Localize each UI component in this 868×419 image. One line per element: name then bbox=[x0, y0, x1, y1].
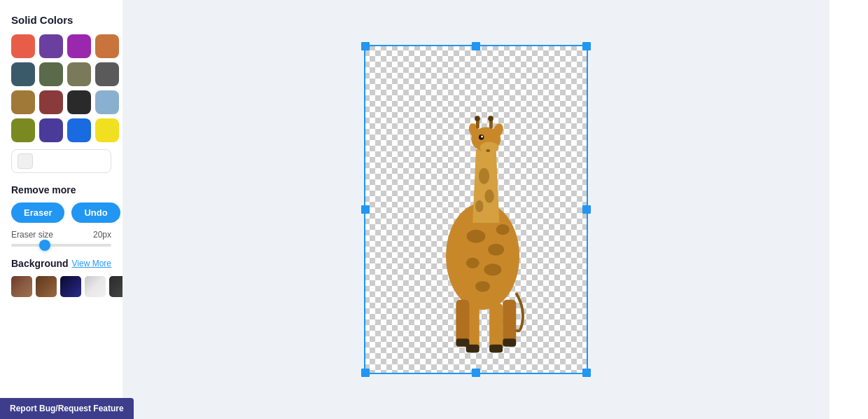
sidebar: Solid Colors Remove more Eraser bbox=[0, 0, 122, 419]
svg-point-24 bbox=[484, 263, 501, 275]
slider-fill bbox=[11, 244, 41, 247]
bg-thumbnail[interactable] bbox=[85, 276, 106, 297]
background-header: Background View More bbox=[11, 258, 111, 269]
giraffe-image bbox=[406, 62, 546, 357]
right-panel bbox=[830, 0, 868, 419]
slider-track bbox=[11, 244, 111, 247]
undo-button[interactable]: Undo bbox=[71, 202, 120, 223]
color-swatch[interactable] bbox=[11, 62, 35, 86]
canvas-wrapper bbox=[364, 45, 588, 374]
svg-rect-19 bbox=[456, 338, 469, 346]
color-swatch[interactable] bbox=[11, 118, 35, 142]
svg-point-28 bbox=[484, 189, 493, 202]
giraffe-container bbox=[364, 45, 588, 374]
svg-point-25 bbox=[475, 281, 490, 291]
color-swatch[interactable] bbox=[39, 34, 63, 58]
bg-thumbnails bbox=[11, 276, 111, 297]
svg-rect-20 bbox=[503, 338, 516, 346]
remove-more-section: Remove more Eraser Undo Eraser size 20px bbox=[11, 184, 111, 247]
svg-point-26 bbox=[496, 224, 510, 235]
svg-point-27 bbox=[479, 168, 489, 184]
bg-thumbnail[interactable] bbox=[60, 276, 81, 297]
color-swatch[interactable] bbox=[95, 90, 119, 114]
solid-colors-title: Solid Colors bbox=[11, 14, 111, 26]
color-swatch[interactable] bbox=[95, 62, 119, 86]
bg-thumbnail[interactable] bbox=[11, 276, 32, 297]
color-swatch[interactable] bbox=[95, 118, 119, 142]
color-swatch[interactable] bbox=[67, 90, 91, 114]
eraser-size-slider[interactable] bbox=[11, 244, 111, 247]
svg-point-9 bbox=[488, 116, 493, 121]
button-row: Eraser Undo bbox=[11, 202, 111, 223]
custom-color-input[interactable] bbox=[11, 149, 111, 173]
eraser-size-label: Eraser size bbox=[11, 230, 53, 240]
svg-point-29 bbox=[475, 200, 483, 212]
svg-rect-14 bbox=[489, 303, 503, 350]
eraser-button[interactable]: Eraser bbox=[11, 202, 64, 223]
color-swatch[interactable] bbox=[39, 118, 63, 142]
svg-point-22 bbox=[488, 244, 504, 256]
svg-point-23 bbox=[466, 258, 479, 268]
color-swatch[interactable] bbox=[67, 34, 91, 58]
view-more-link[interactable]: View More bbox=[72, 259, 111, 268]
svg-marker-1 bbox=[472, 149, 499, 223]
color-swatch[interactable] bbox=[67, 62, 91, 86]
svg-rect-15 bbox=[456, 300, 469, 343]
color-swatch[interactable] bbox=[39, 62, 63, 86]
slider-thumb[interactable] bbox=[39, 240, 50, 251]
color-swatch[interactable] bbox=[67, 118, 91, 142]
background-section: Background View More bbox=[11, 258, 111, 297]
eraser-size-row: Eraser size 20px bbox=[11, 230, 111, 240]
bg-thumbnail[interactable] bbox=[36, 276, 57, 297]
remove-more-title: Remove more bbox=[11, 184, 111, 195]
svg-point-21 bbox=[467, 230, 486, 243]
svg-point-7 bbox=[475, 116, 480, 121]
color-swatch[interactable] bbox=[95, 34, 119, 58]
custom-color-preview bbox=[18, 153, 33, 169]
report-bug-bar[interactable]: Report Bug/Request Feature bbox=[0, 398, 134, 419]
svg-rect-18 bbox=[489, 345, 503, 352]
main-canvas-area bbox=[122, 0, 830, 419]
svg-rect-16 bbox=[503, 300, 516, 343]
color-swatch[interactable] bbox=[11, 90, 35, 114]
color-swatch[interactable] bbox=[39, 90, 63, 114]
svg-point-11 bbox=[481, 136, 483, 138]
canvas-image bbox=[364, 45, 588, 374]
eraser-size-value: 20px bbox=[93, 230, 111, 240]
background-title: Background bbox=[11, 258, 69, 269]
color-swatch[interactable] bbox=[11, 34, 35, 58]
color-grid bbox=[11, 34, 111, 142]
svg-point-12 bbox=[486, 149, 490, 152]
bg-thumbnail[interactable] bbox=[109, 276, 122, 297]
